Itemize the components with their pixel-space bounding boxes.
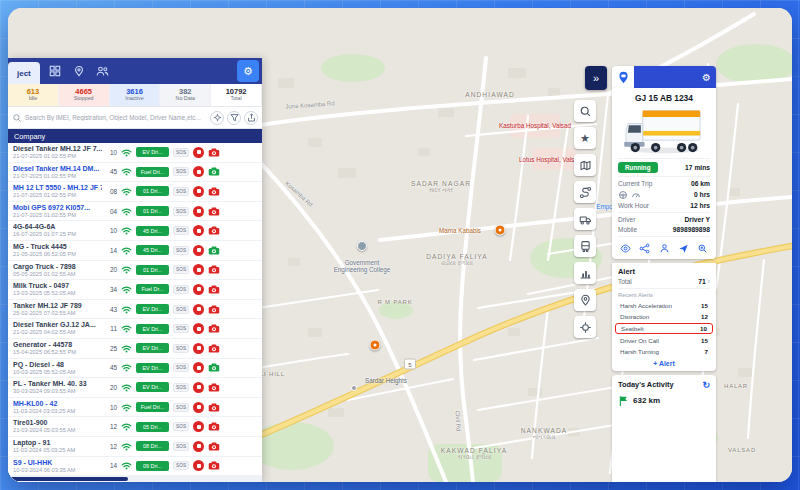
driver-badge[interactable]: 09 Dri... xyxy=(136,461,169,471)
driver-badge[interactable]: 45 Dri... xyxy=(136,226,169,236)
map-route-button[interactable] xyxy=(574,181,596,203)
collapse-panel-button[interactable]: » xyxy=(585,66,607,90)
view-button[interactable] xyxy=(620,243,631,254)
map-favorites-button[interactable]: ★ xyxy=(574,127,596,149)
driver-badge[interactable]: EV Dri... xyxy=(136,147,169,157)
camera-icon[interactable] xyxy=(208,442,220,451)
vehicle-row[interactable]: Mobi GPS 6972 KI057...21-07-2025 01:02:5… xyxy=(8,202,262,222)
camera-icon[interactable] xyxy=(208,187,220,196)
horizontal-scrollbar-thumb[interactable] xyxy=(10,477,128,481)
camera-icon[interactable] xyxy=(208,363,220,372)
vehicle-date: 10-03-2025 05:52:05 AM xyxy=(13,369,102,376)
vehicle-row[interactable]: S9 - UI-HHK10-03-2024 06:03:35 AM1409 Dr… xyxy=(8,457,262,477)
driver-badge[interactable]: 01 Dri... xyxy=(136,265,169,275)
map-transit-button[interactable] xyxy=(574,235,596,257)
camera-icon[interactable] xyxy=(208,461,220,470)
college-marker[interactable] xyxy=(357,241,367,251)
vehicle-row[interactable]: Cargo Truck - 789805-05-2025 01:02:55 AM… xyxy=(8,261,262,281)
pin-module-button[interactable] xyxy=(70,62,88,80)
alert-total-row[interactable]: Total 71› xyxy=(618,278,710,285)
share-button[interactable] xyxy=(244,111,258,125)
navigate-button[interactable] xyxy=(678,243,689,254)
camera-icon[interactable] xyxy=(208,285,220,294)
vehicle-row[interactable]: MG - Truck 444521-05-2025 06:52:05 PM144… xyxy=(8,241,262,261)
camera-icon[interactable] xyxy=(208,167,220,176)
sidebar-settings-button[interactable]: ⚙ xyxy=(237,60,259,82)
map-chart-button[interactable] xyxy=(574,262,596,284)
map-search-button[interactable] xyxy=(574,100,596,122)
driver-badge[interactable]: EV Dri... xyxy=(136,343,169,353)
dot-marker[interactable] xyxy=(351,385,357,391)
vehicle-row[interactable]: Diesel Tanker GJ.12 JA...21-02-2025 04:0… xyxy=(8,319,262,339)
gear-icon[interactable]: ⚙ xyxy=(702,72,711,83)
driver-badge[interactable]: Fuel Dri... xyxy=(136,402,169,412)
alert-row-distraction[interactable]: Distraction12 xyxy=(618,311,710,322)
map-toolbar: ★ xyxy=(574,100,596,338)
summary-inactive[interactable]: 3616Inactive xyxy=(110,84,161,106)
vehicle-row[interactable]: PQ - Diesel - 4810-03-2025 05:52:05 AM45… xyxy=(8,359,262,379)
vehicle-row[interactable]: MH 12 LT 5550 - MH.12 JF 7...21-07-2025 … xyxy=(8,182,262,202)
search-input[interactable] xyxy=(25,114,207,121)
camera-icon[interactable] xyxy=(208,383,220,392)
map-layers-button[interactable] xyxy=(574,154,596,176)
camera-icon[interactable] xyxy=(208,324,220,333)
grid-module-button[interactable] xyxy=(46,62,64,80)
vehicle-row[interactable]: 4G-64-4G-6A16-07-2025 01:07:25 PM1045 Dr… xyxy=(8,221,262,241)
zoom-to-vehicle-button[interactable] xyxy=(697,243,708,254)
pin-icon xyxy=(73,65,85,77)
vehicle-row[interactable]: Laptop - 9111-03-2024 05:03:25 AM1208 Dr… xyxy=(8,437,262,457)
food-marker[interactable] xyxy=(370,340,381,351)
alert-row-seatbelt[interactable]: Seatbelt10 xyxy=(615,323,713,334)
add-alert-button[interactable]: + Alert xyxy=(618,360,710,367)
driver-badge[interactable]: 08 Dri... xyxy=(136,441,169,451)
camera-icon[interactable] xyxy=(208,403,220,412)
camera-icon[interactable] xyxy=(208,226,220,235)
map-places-button[interactable] xyxy=(574,289,596,311)
driver-badge[interactable]: EV Dri... xyxy=(136,304,169,314)
driver-badge[interactable]: EV Dri... xyxy=(136,324,169,334)
vehicle-row[interactable]: Tanker MH.12 JF 78925-02-2025 07:02:55 A… xyxy=(8,300,262,320)
camera-icon[interactable] xyxy=(208,207,220,216)
summary-no-data[interactable]: 382No Data xyxy=(160,84,211,106)
vehicle-row[interactable]: Generator - 4457815-04-2025 06:52:55 PM2… xyxy=(8,339,262,359)
vehicle-row[interactable]: Tire01-90021-03-2024 05:03:55 AM1205 Dri… xyxy=(8,417,262,437)
camera-icon[interactable] xyxy=(208,246,220,255)
vehicle-row[interactable]: Diesel Tanker MH.14 DM...21-07-2025 01:0… xyxy=(8,163,262,183)
vehicle-tab[interactable] xyxy=(612,66,634,88)
vehicle-row[interactable]: MH-KL00 - 4211-03-2024 03:03:25 AM10Fuel… xyxy=(8,398,262,418)
driver-badge[interactable]: Fuel Dri... xyxy=(136,167,169,177)
vehicle-row[interactable]: Diesel Tanker MH.12 JF 7...21-07-2025 01… xyxy=(8,143,262,163)
summary-idle[interactable]: 613Idle xyxy=(8,84,59,106)
driver-badge[interactable]: 45 Dri... xyxy=(136,245,169,255)
driver-badge[interactable]: EV Dri... xyxy=(136,363,169,373)
map-locate-button[interactable] xyxy=(574,316,596,338)
driver-badge[interactable]: Fuel Dr... xyxy=(136,284,169,294)
food-marker[interactable] xyxy=(495,225,506,236)
vehicle-row[interactable]: PL - Tanker MH. 40. 3330-03-2024 09:03:5… xyxy=(8,378,262,398)
alert-row-harsh-acceleration[interactable]: Harsh Acceleration15 xyxy=(618,300,710,311)
camera-icon[interactable] xyxy=(208,305,220,314)
driver-badge[interactable]: EV Dri... xyxy=(136,382,169,392)
alert-row-driver-on-call[interactable]: Driver On Call15 xyxy=(618,335,710,346)
list-header-company[interactable]: Company xyxy=(8,129,262,143)
horizontal-scrollbar-track[interactable] xyxy=(8,476,262,482)
driver-badge[interactable]: 01 Dri... xyxy=(136,206,169,216)
tab-object[interactable]: ject xyxy=(8,62,40,84)
camera-icon[interactable] xyxy=(208,344,220,353)
share-button[interactable] xyxy=(639,243,650,254)
refresh-icon[interactable]: ↻ xyxy=(702,380,710,390)
summary-total[interactable]: 10792Total xyxy=(211,84,262,106)
users-module-button[interactable] xyxy=(94,62,112,80)
driver-badge[interactable]: 01 Dri... xyxy=(136,186,169,196)
driver-button[interactable] xyxy=(659,243,670,254)
summary-stopped[interactable]: 4665Stopped xyxy=(59,84,110,106)
driver-badge[interactable]: 05 Dri... xyxy=(136,422,169,432)
vehicle-row[interactable]: Milk Truck - 049713-03-2025 05:52:05 AM3… xyxy=(8,280,262,300)
camera-icon[interactable] xyxy=(208,422,220,431)
locate-filter-button[interactable] xyxy=(210,111,224,125)
map-truck-button[interactable] xyxy=(574,208,596,230)
alert-row-harsh-turning[interactable]: Harsh Turning7 xyxy=(618,346,710,357)
filter-button[interactable] xyxy=(227,111,241,125)
camera-icon[interactable] xyxy=(208,148,220,157)
camera-icon[interactable] xyxy=(208,265,220,274)
